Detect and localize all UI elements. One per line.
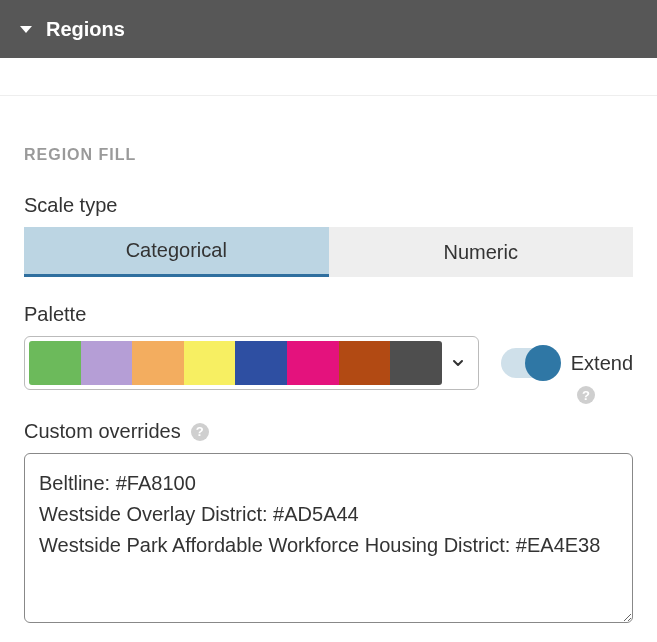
palette-swatch: [235, 341, 287, 385]
extend-toggle[interactable]: [501, 348, 559, 378]
palette-swatch: [29, 341, 81, 385]
panel-title: Regions: [46, 18, 125, 41]
section-label: REGION FILL: [24, 146, 633, 164]
palette-swatch: [339, 341, 391, 385]
palette-select[interactable]: [24, 336, 479, 390]
palette-swatch: [287, 341, 339, 385]
palette-swatch: [390, 341, 442, 385]
palette-swatches: [29, 341, 442, 385]
chevron-down-icon: [442, 355, 474, 371]
chevron-down-icon: [20, 26, 32, 33]
palette-swatch: [81, 341, 133, 385]
palette-swatch: [184, 341, 236, 385]
panel-header[interactable]: Regions: [0, 0, 657, 58]
help-icon[interactable]: ?: [577, 386, 595, 404]
scale-type-label: Scale type: [24, 194, 633, 217]
spacer: [0, 58, 657, 96]
scale-type-tabs: Categorical Numeric: [24, 227, 633, 277]
tab-label: Numeric: [444, 241, 518, 264]
extend-group: Extend ?: [501, 348, 633, 378]
toggle-knob: [525, 345, 561, 381]
help-icon[interactable]: ?: [191, 423, 209, 441]
palette-swatch: [132, 341, 184, 385]
overrides-input[interactable]: [24, 453, 633, 623]
tab-categorical[interactable]: Categorical: [24, 227, 329, 277]
tab-numeric[interactable]: Numeric: [329, 227, 634, 277]
palette-label: Palette: [24, 303, 633, 326]
overrides-label: Custom overrides: [24, 420, 181, 443]
extend-label: Extend: [571, 352, 633, 375]
tab-label: Categorical: [126, 239, 227, 262]
